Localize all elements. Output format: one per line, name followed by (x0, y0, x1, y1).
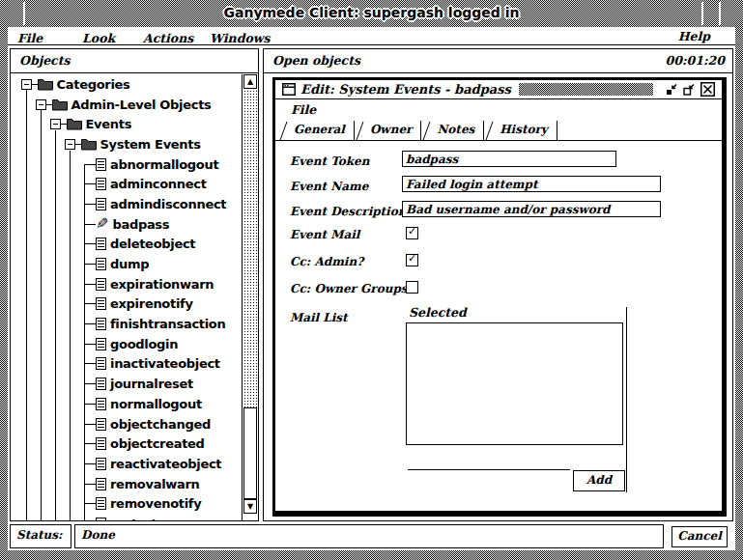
add-button[interactable]: Add (573, 470, 625, 491)
tree-node-expirenotify[interactable]: expirenotify (11, 294, 242, 315)
selected-caption: Selected (409, 305, 467, 320)
tree-connector (84, 344, 96, 345)
tree-node-label: finishtransaction (110, 317, 225, 331)
document-icon (96, 398, 106, 410)
tree-connector (84, 363, 96, 364)
event-token-label: Event Token (290, 154, 369, 168)
tree-node-finishtransaction[interactable]: finishtransaction (11, 314, 242, 334)
tab-notes[interactable]: Notes (421, 121, 484, 140)
collapse-icon[interactable] (21, 79, 32, 90)
tree-node-goodlogin[interactable]: goodlogin (11, 334, 242, 354)
folder-icon (38, 78, 53, 91)
tree-node-removenotify[interactable]: removenotify (11, 493, 242, 514)
folder-icon (67, 118, 82, 130)
menu-windows[interactable]: Windows (210, 31, 271, 45)
tree-node-abnormallogout[interactable]: abnormallogout (11, 154, 242, 175)
mail-list-panel-border (626, 307, 627, 492)
tree-node-label: goodlogin (110, 337, 178, 351)
tree-node-label: System Events (100, 137, 201, 152)
tree-node-dump[interactable]: dump (11, 254, 242, 274)
tree-connector (84, 463, 96, 464)
event-name-field[interactable]: Failed login attempt (402, 176, 661, 192)
tree-node-expirationwarn[interactable]: expirationwarn (11, 274, 242, 294)
objects-panel-title: Objects (19, 53, 71, 68)
tree-node-journalreset[interactable]: journalreset (11, 374, 242, 394)
tree-connector (84, 183, 96, 184)
selected-mail-listbox[interactable] (406, 322, 623, 445)
tree-node-categories[interactable]: Categories (11, 74, 242, 95)
document-icon (96, 458, 106, 470)
folder-icon (52, 98, 68, 111)
mail-list-label: Mail List (290, 311, 348, 324)
tab-general[interactable]: General (278, 121, 355, 140)
tab-owner[interactable]: Owner (355, 121, 421, 140)
tree-scrollbar[interactable]: ▲ ▼ (242, 74, 258, 520)
tree-node-label: Events (86, 117, 132, 131)
document-icon (96, 198, 106, 210)
event-token-field[interactable]: badpass (402, 151, 616, 167)
tree-connector (84, 204, 96, 205)
event-description-field[interactable]: Bad username and/or password (402, 201, 661, 217)
menu-file[interactable]: File (17, 31, 43, 45)
tree-node-adminconnect[interactable]: adminconnect (11, 174, 242, 194)
tree-node-admindisconnect[interactable]: admindisconnect (11, 194, 242, 214)
tree-node-restart[interactable]: restart (11, 514, 242, 520)
menu-help[interactable]: Help (678, 29, 710, 43)
tree-node-removalwarn[interactable]: removalwarn (11, 474, 242, 494)
tree-node-label: journalreset (110, 377, 193, 391)
scrollbar-thumb[interactable] (243, 407, 257, 499)
document-icon (96, 437, 106, 450)
status-bar: Status: Done Cancel (8, 522, 734, 550)
tree-node-label: reactivateobject (110, 457, 221, 471)
document-icon (96, 178, 106, 190)
tree-connector (84, 323, 96, 324)
scrollbar-track[interactable] (243, 90, 257, 407)
tree-node-label: Admin-Level Objects (71, 98, 212, 112)
edit-window-titlebar[interactable]: Edit: System Events - badpass (275, 80, 722, 99)
close-icon[interactable] (700, 82, 715, 97)
edit-menu-file[interactable]: File (291, 102, 316, 117)
tree-node-objectchanged[interactable]: objectchanged (11, 414, 242, 434)
minimize-icon[interactable] (666, 83, 678, 96)
scroll-up-button[interactable]: ▲ (243, 74, 257, 89)
edit-window-tabs: GeneralOwnerNotesHistory (275, 121, 722, 141)
folder-icon (81, 138, 97, 151)
document-icon (96, 418, 106, 431)
tree-node-label: expirationwarn (110, 277, 214, 292)
menu-look[interactable]: Look (82, 31, 115, 45)
collapse-icon[interactable] (36, 99, 46, 110)
tree-node-deleteobject[interactable]: deleteobject (11, 235, 242, 255)
tree-node-normallogout[interactable]: normallogout (11, 394, 242, 414)
tree-node-label: adminconnect (110, 177, 207, 191)
document-icon (96, 258, 106, 270)
tree-node-system-events[interactable]: System Events (11, 134, 242, 154)
tree-node-label: Categories (57, 77, 130, 92)
edit-window-form: Mail List Selected Add Event Tokenbadpas… (275, 141, 722, 511)
cc-admin?-label: Cc: Admin? (290, 255, 363, 268)
cc-owner-groups?-checkbox[interactable] (406, 281, 418, 294)
tree-node-objectcreated[interactable]: objectcreated (11, 434, 242, 454)
objects-panel: Objects CategoriesAdmin-Level ObjectsEve… (10, 48, 259, 521)
tab-history[interactable]: History (484, 121, 557, 140)
tree-node-reactivateobject[interactable]: reactivateobject (11, 454, 242, 474)
menu-actions[interactable]: Actions (143, 31, 193, 45)
tree-node-label: objectchanged (110, 417, 211, 432)
tree-node-label: admindisconnect (110, 197, 226, 211)
tree-node-inactivateobject[interactable]: inactivateobject (11, 354, 242, 375)
document-icon (96, 238, 106, 250)
event-name-label: Event Name (290, 180, 368, 193)
cc-admin?-checkbox[interactable] (406, 254, 418, 266)
collapse-icon[interactable] (50, 119, 61, 129)
mail-entry-input[interactable] (408, 453, 570, 470)
collapse-icon[interactable] (65, 139, 75, 150)
document-icon (96, 478, 106, 490)
cancel-button[interactable]: Cancel (672, 526, 728, 547)
scroll-down-button[interactable]: ▼ (243, 499, 257, 514)
tree-node-admin-level-objects[interactable]: Admin-Level Objects (11, 95, 242, 115)
window-titlebar[interactable]: Ganymede Client: supergash logged in (0, 0, 743, 27)
tree-node-badpass[interactable]: ✎badpass (11, 214, 242, 235)
restore-icon[interactable] (683, 83, 696, 96)
tree-node-events[interactable]: Events (11, 114, 242, 134)
event-mail-checkbox[interactable] (406, 227, 418, 239)
event-mail-label: Event Mail (290, 228, 359, 241)
